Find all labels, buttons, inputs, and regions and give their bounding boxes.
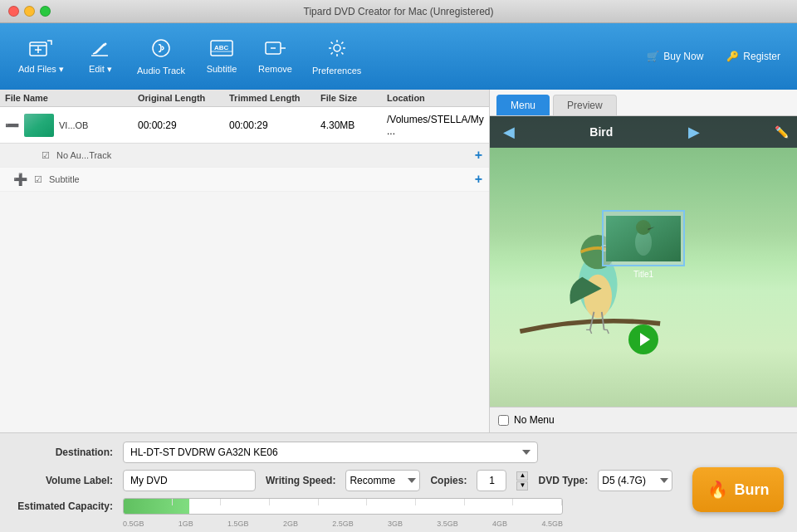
subtitle-row: ➕ ☑ Subtitle + — [0, 168, 489, 192]
subtitle-button[interactable]: ABC Subtitle — [197, 34, 247, 79]
preferences-button[interactable]: Preferences — [304, 32, 369, 81]
title1-label: Title1 — [633, 270, 653, 279]
col-orig-length: Original Length — [138, 93, 229, 103]
edit-button[interactable]: Edit ▾ — [76, 34, 125, 80]
add-subtitle-expand-button[interactable]: ➕ — [13, 173, 27, 186]
copies-stepper: ▲ ▼ — [516, 471, 528, 491]
dvd-type-select[interactable]: D5 (4.7G) — [598, 470, 672, 491]
play-triangle — [640, 333, 650, 346]
next-arrow[interactable]: ▶ — [683, 121, 705, 143]
svg-point-10 — [334, 45, 340, 51]
capacity-ticks — [124, 499, 562, 514]
play-button[interactable] — [628, 325, 658, 354]
copies-down[interactable]: ▼ — [516, 481, 528, 491]
volume-label-label: Volume Label: — [13, 475, 113, 486]
options-row: Volume Label: Writing Speed: Recomme Cop… — [13, 470, 784, 491]
edit-label: Edit ▾ — [89, 64, 112, 75]
flame-icon: 🔥 — [707, 480, 728, 500]
audio-track-button[interactable]: Audio Track — [129, 32, 193, 81]
remove-label: Remove — [258, 64, 292, 74]
capacity-label: Estimated Capacity: — [13, 500, 113, 512]
subtitle-name: Subtitle — [49, 174, 468, 184]
add-subtitle-button[interactable]: + — [475, 172, 482, 187]
col-location: Location — [387, 93, 484, 103]
prev-arrow[interactable]: ◀ — [498, 121, 520, 143]
writing-speed-label: Writing Speed: — [266, 475, 335, 486]
destination-label: Destination: — [13, 447, 113, 458]
capacity-labels: 0.5GB 1GB 1.5GB 2GB 2.5GB 3GB 3.5GB 4GB … — [123, 520, 563, 528]
audio-track-name: No Au...Track — [56, 150, 468, 160]
maximize-button[interactable] — [40, 6, 51, 17]
preview-nav: ◀ Bird ▶ ✏️ — [490, 116, 797, 148]
destination-row: Destination: HL-DT-ST DVDRW GA32N KE06 — [13, 442, 784, 463]
trimmed-length: 00:00:29 — [229, 120, 320, 131]
no-menu-checkbox[interactable] — [498, 415, 509, 426]
key-icon: 🔑 — [726, 51, 739, 62]
svg-point-19 — [635, 229, 652, 256]
burn-label: Burn — [735, 481, 770, 499]
audio-track-icon — [150, 37, 172, 62]
preview-tabs: Menu Preview — [490, 90, 797, 116]
bottom-panel: Destination: HL-DT-ST DVDRW GA32N KE06 V… — [0, 432, 797, 532]
audio-check: ☑ — [42, 150, 50, 161]
edit-icon — [90, 39, 111, 61]
add-files-label: Add Files ▾ — [18, 64, 64, 75]
audio-track-row: ☑ No Au...Track + — [0, 144, 489, 168]
svg-point-20 — [636, 220, 651, 235]
col-filename: File Name — [5, 93, 138, 103]
dvd-type-label: DVD Type: — [538, 475, 588, 486]
destination-select[interactable]: HL-DT-ST DVDRW GA32N KE06 — [123, 442, 538, 463]
tab-preview[interactable]: Preview — [553, 95, 617, 115]
title-bar: Tipard DVD Creator for Mac (Unregistered… — [0, 0, 797, 23]
preferences-label: Preferences — [312, 66, 361, 76]
preview-background: ◀ Bird ▶ ✏️ — [490, 116, 797, 407]
tab-menu[interactable]: Menu — [496, 95, 550, 115]
remove-file-button[interactable]: ➖ — [5, 119, 19, 132]
toolbar: Add Files ▾ Edit ▾ Audio Track — [0, 23, 797, 90]
svg-text:ABC: ABC — [214, 44, 229, 51]
preview-title: Bird — [589, 125, 613, 139]
capacity-bar — [123, 498, 563, 515]
add-audio-button[interactable]: + — [475, 148, 482, 163]
no-menu-label: No Menu — [514, 414, 555, 426]
capacity-row: Estimated Capacity: — [13, 498, 784, 515]
table-row: ➖ VI...OB 00:00:29 00:00:29 4.30MB /Volu… — [0, 107, 489, 144]
window-title: Tipard DVD Creator for Mac (Unregistered… — [304, 6, 494, 17]
writing-speed-select[interactable]: Recomme — [345, 470, 420, 491]
file-size: 4.30MB — [320, 120, 387, 131]
subtitle-check: ☑ — [34, 174, 42, 185]
col-trimmed-length: Trimmed Length — [229, 93, 320, 103]
minimize-button[interactable] — [24, 6, 35, 17]
copies-label: Copies: — [430, 475, 467, 486]
audio-track-label: Audio Track — [137, 66, 185, 76]
svg-rect-18 — [606, 216, 681, 261]
copies-input[interactable] — [477, 470, 506, 491]
volume-label-input[interactable] — [123, 470, 256, 491]
add-files-button[interactable]: Add Files ▾ — [10, 34, 72, 80]
col-filesize: File Size — [320, 93, 387, 103]
file-name: VI...OB — [59, 120, 88, 130]
subtitle-icon: ABC — [210, 39, 233, 61]
toolbar-right: 🛒 Buy Now 🔑 Register — [640, 47, 787, 66]
copies-up[interactable]: ▲ — [516, 471, 528, 481]
no-menu-bar: No Menu — [490, 407, 797, 432]
file-thumbnail — [24, 114, 54, 137]
buy-now-button[interactable]: 🛒 Buy Now — [640, 47, 710, 66]
original-length: 00:00:29 — [138, 120, 229, 131]
thumb-preview — [606, 216, 681, 261]
window-controls — [8, 6, 51, 17]
file-table-header: File Name Original Length Trimmed Length… — [0, 90, 489, 107]
file-name-cell: ➖ VI...OB — [5, 114, 138, 137]
gear-icon — [326, 37, 348, 62]
main-area: File Name Original Length Trimmed Length… — [0, 90, 797, 432]
close-button[interactable] — [8, 6, 19, 17]
preview-panel: Menu Preview ◀ Bird ▶ ✏️ — [490, 90, 797, 432]
remove-button[interactable]: Remove — [250, 34, 301, 79]
title1-thumbnail[interactable] — [602, 210, 685, 266]
edit-preview-icon[interactable]: ✏️ — [775, 125, 789, 139]
preview-content: ◀ Bird ▶ ✏️ — [490, 116, 797, 407]
burn-button[interactable]: 🔥 Burn — [692, 467, 784, 512]
file-location: /Volumes/STELLA/My ... — [387, 114, 484, 137]
file-panel: File Name Original Length Trimmed Length… — [0, 90, 490, 432]
register-button[interactable]: 🔑 Register — [720, 47, 787, 66]
